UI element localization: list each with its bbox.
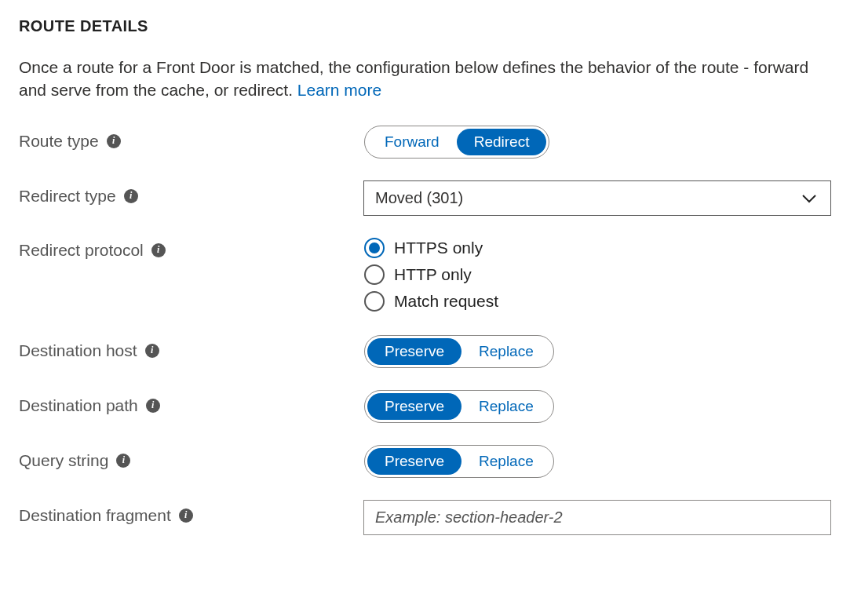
destination-path-toggle: Preserve Replace (364, 390, 554, 423)
radio-icon (364, 291, 385, 312)
route-type-label: Route type (19, 132, 99, 151)
destination-host-label: Destination host (19, 341, 137, 360)
section-description: Once a route for a Front Door is matched… (19, 56, 831, 102)
destination-path-preserve[interactable]: Preserve (367, 393, 461, 420)
section-title: ROUTE DETAILS (19, 17, 831, 35)
learn-more-link[interactable]: Learn more (297, 81, 381, 99)
destination-host-toggle: Preserve Replace (364, 335, 554, 368)
description-text: Once a route for a Front Door is matched… (19, 58, 808, 99)
radio-icon (364, 238, 385, 258)
redirect-protocol-label: Redirect protocol (19, 241, 144, 260)
destination-path-replace[interactable]: Replace (461, 393, 551, 420)
info-icon[interactable]: i (116, 454, 130, 468)
destination-path-label: Destination path (19, 396, 138, 415)
radio-label: HTTPS only (394, 239, 483, 257)
info-icon[interactable]: i (107, 134, 121, 148)
query-string-preserve[interactable]: Preserve (367, 448, 461, 475)
query-string-replace[interactable]: Replace (461, 448, 551, 475)
route-type-redirect[interactable]: Redirect (457, 129, 547, 155)
info-icon[interactable]: i (151, 243, 166, 257)
redirect-protocol-http-only[interactable]: HTTP only (364, 264, 831, 285)
redirect-type-value: Moved (301) (363, 180, 831, 216)
info-icon[interactable]: i (146, 399, 160, 413)
destination-host-preserve[interactable]: Preserve (367, 338, 461, 365)
route-type-toggle: Forward Redirect (364, 126, 549, 159)
redirect-type-label: Redirect type (19, 187, 116, 206)
radio-label: Match request (394, 292, 498, 311)
destination-fragment-input[interactable] (363, 500, 831, 535)
radio-label: HTTP only (394, 265, 472, 284)
destination-host-replace[interactable]: Replace (461, 338, 551, 365)
info-icon[interactable]: i (179, 508, 193, 523)
info-icon[interactable]: i (124, 189, 138, 203)
redirect-protocol-group: HTTPS only HTTP only Match request (364, 238, 831, 312)
info-icon[interactable]: i (145, 344, 159, 358)
route-type-forward[interactable]: Forward (367, 129, 457, 155)
query-string-label: Query string (19, 451, 108, 470)
query-string-toggle: Preserve Replace (364, 445, 554, 478)
redirect-protocol-match-request[interactable]: Match request (364, 291, 831, 312)
redirect-type-select[interactable]: Moved (301) (363, 180, 831, 216)
destination-fragment-label: Destination fragment (19, 506, 171, 525)
redirect-protocol-https-only[interactable]: HTTPS only (364, 238, 831, 258)
radio-icon (364, 264, 385, 285)
